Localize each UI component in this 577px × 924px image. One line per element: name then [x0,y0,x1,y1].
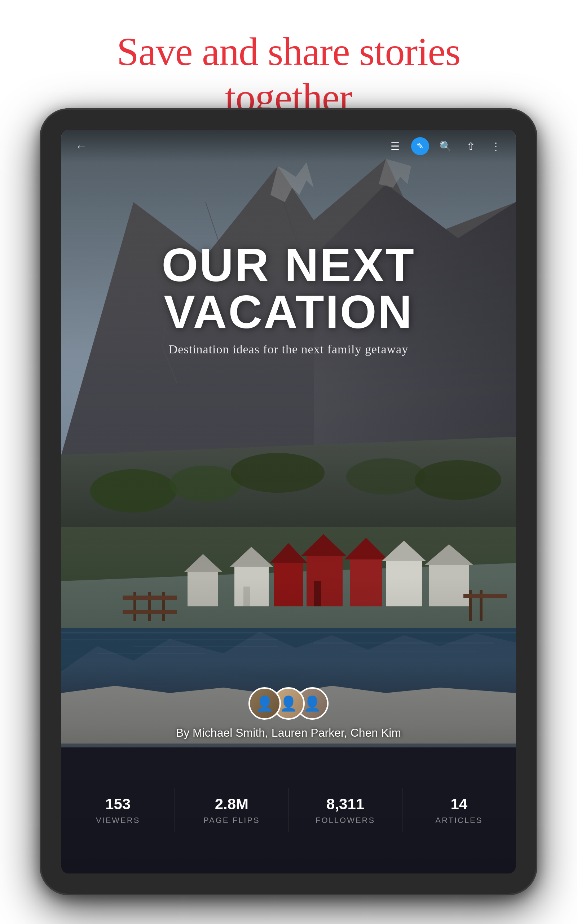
back-icon: ← [76,140,87,153]
edit-icon: ✎ [416,141,424,151]
nav-right: ☰ ✎ 🔍 ⇧ ⋮ [386,137,505,155]
tablet-screen[interactable]: ← ☰ ✎ 🔍 ⇧ ⋮ [61,130,516,874]
avatar-1: 👤 [248,687,281,720]
stat-articles: 14 ARTICLES [403,788,516,832]
followers-value: 8,311 [292,795,398,813]
stat-page-flips: 2.8M PAGE FLIPS [175,788,288,832]
author-area: 👤 👤 👤 By Michael Smith, Lauren Parker, C… [61,687,516,740]
more-icon: ⋮ [491,141,501,152]
navigation-bar: ← ☰ ✎ 🔍 ⇧ ⋮ [61,130,516,162]
page-flips-label: PAGE FLIPS [179,816,285,825]
magazine-title-line2: VACATION [164,286,413,338]
tablet-shell: ← ☰ ✎ 🔍 ⇧ ⋮ [40,108,537,895]
viewers-label: VIEWERS [65,816,171,825]
page-flips-value: 2.8M [179,795,285,813]
magazine-title: OUR NEXT VACATION [76,241,501,335]
stat-followers: 8,311 FOLLOWERS [289,788,403,832]
menu-button[interactable]: ☰ [386,137,404,155]
back-button[interactable]: ← [72,137,90,155]
avatar-face-1: 👤 [250,689,279,718]
search-icon: 🔍 [439,141,452,152]
author-avatars: 👤 👤 👤 [61,687,516,720]
followers-label: FOLLOWERS [292,816,398,825]
magazine-title-line1: OUR NEXT [161,239,416,291]
articles-value: 14 [406,795,512,813]
magazine-subtitle: Destination ideas for the next family ge… [76,342,501,356]
stat-viewers: 153 VIEWERS [61,788,175,832]
viewers-value: 153 [65,795,171,813]
stats-bar: 153 VIEWERS 2.8M PAGE FLIPS 8,311 FOLLOW… [61,747,516,874]
magazine-title-area: OUR NEXT VACATION Destination ideas for … [61,241,516,356]
nav-left: ← [72,137,90,155]
share-button[interactable]: ⇧ [462,137,480,155]
share-icon: ⇧ [467,141,475,152]
tablet-device: ← ☰ ✎ 🔍 ⇧ ⋮ [40,108,537,895]
title-line1: Save and share stories together [117,30,460,120]
more-button[interactable]: ⋮ [487,137,505,155]
search-button[interactable]: 🔍 [436,137,455,155]
edit-button[interactable]: ✎ [411,137,429,155]
author-names: By Michael Smith, Lauren Parker, Chen Ki… [61,726,516,740]
menu-icon: ☰ [390,141,400,152]
articles-label: ARTICLES [406,816,512,825]
